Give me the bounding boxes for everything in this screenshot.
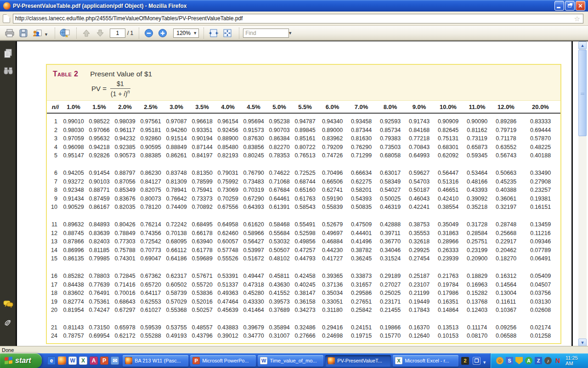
search-binoculars-icon[interactable] xyxy=(3,65,14,76)
task-button[interactable]: BA 213 W11 (Pasc... xyxy=(123,355,188,367)
task-button-label: Microsoft Excel - r... xyxy=(405,358,456,363)
firefox-icon[interactable] xyxy=(58,356,66,365)
collapse-chevron-icon[interactable]: ▼ xyxy=(482,360,486,365)
print-icon[interactable] xyxy=(4,28,16,39)
task-button[interactable]: XMicrosoft Excel - r... xyxy=(393,355,458,367)
powerpoint-icon[interactable]: P xyxy=(192,357,200,364)
next-page-icon[interactable] xyxy=(94,28,106,39)
pv-factor-cell: 0.56743 xyxy=(492,151,520,160)
shield-icon[interactable] xyxy=(515,357,523,364)
excel-icon[interactable]: X xyxy=(79,356,87,365)
pv-factor-cell: 0.50025 xyxy=(376,195,405,203)
row-group: 210.811430.731500.659780.595390.537550.4… xyxy=(47,323,560,340)
powerpoint-icon[interactable]: P xyxy=(100,356,108,365)
save-icon[interactable] xyxy=(17,28,29,39)
pv-factor-cell: 0.48102 xyxy=(266,254,292,263)
globe-upload-icon[interactable] xyxy=(59,28,71,39)
word-icon[interactable]: W xyxy=(260,357,267,364)
pv-factor-cell: 0.66178 xyxy=(189,229,215,238)
access-icon[interactable]: A xyxy=(90,356,98,365)
pv-factor-cell: 0.67290 xyxy=(241,195,266,203)
scrollbar-thumb[interactable] xyxy=(578,50,587,136)
pages-panel-icon[interactable] xyxy=(3,48,14,59)
find-input[interactable] xyxy=(243,29,289,38)
restore-button[interactable] xyxy=(565,1,575,11)
taskbar: start eWXAP✉ BA 213 W11 (Pasc...PMicroso… xyxy=(0,353,588,368)
vertical-scrollbar[interactable]: ▲ ▼ xyxy=(578,41,587,346)
task-button[interactable]: PV-PresentValueT... xyxy=(325,355,391,367)
email-share-icon[interactable] xyxy=(31,28,43,39)
close-button[interactable]: ✕ xyxy=(576,1,585,11)
url-input[interactable]: http://classes.lanecc.edu/file.php/24555… xyxy=(13,14,583,23)
excel-icon[interactable]: X xyxy=(395,357,402,364)
pv-factor-cell: 0.18829 xyxy=(463,272,492,281)
pv-factor-cell: 0.70773 xyxy=(138,246,164,255)
share-dropdown-caret[interactable]: ▼ xyxy=(44,32,48,37)
pv-factor-cell: 0.56447 xyxy=(434,169,463,178)
find-dropdown-caret[interactable]: ▼ xyxy=(288,31,292,35)
zoom-in-icon[interactable] xyxy=(157,28,169,39)
table-row: 210.811430.731500.659780.595390.537550.4… xyxy=(47,323,560,332)
pv-factor-cell: 0.43883 xyxy=(215,323,241,332)
zoom-level-select[interactable]: 120% ▼ xyxy=(173,29,199,38)
pv-factor-cell: 0.59627 xyxy=(405,169,434,178)
start-button[interactable]: start xyxy=(0,353,42,368)
pv-factor-cell: 0.91454 xyxy=(86,169,112,178)
previous-page-icon[interactable] xyxy=(80,28,92,39)
zoom-out-icon[interactable] xyxy=(143,28,155,39)
wrench-icon[interactable]: S xyxy=(506,357,513,364)
outlook-express-icon[interactable]: ✉ xyxy=(111,356,119,365)
pv-factor-cell: 0.58201 xyxy=(347,186,376,195)
minimize-button[interactable] xyxy=(554,1,564,11)
pv-factor-cell: 0.97059 xyxy=(61,134,86,143)
pv-factor-cell: 0.63017 xyxy=(376,169,405,178)
period-cell: 21 xyxy=(47,323,61,332)
rate-header: 3.0% xyxy=(164,104,189,110)
fit-page-icon[interactable] xyxy=(221,28,233,39)
bookmark-star-icon[interactable]: ☆ xyxy=(574,15,580,23)
tablet-2-icon[interactable]: 2 xyxy=(461,357,469,365)
period-cell: 10 xyxy=(47,203,61,212)
comments-panel-icon[interactable] xyxy=(3,299,14,310)
pv-factor-cell: 0.89286 xyxy=(492,117,520,126)
pv-factor-cell: 0.46884 xyxy=(318,237,347,246)
period-cell: 2 xyxy=(47,126,61,135)
pv-factor-cell: 0.31657 xyxy=(347,281,376,289)
scroll-up-button[interactable]: ▲ xyxy=(578,41,587,49)
attachments-paperclip-icon[interactable] xyxy=(3,317,14,328)
antivirus-icon[interactable]: A xyxy=(525,357,532,364)
firefox-icon[interactable] xyxy=(125,357,132,364)
status-bar: Done xyxy=(0,346,588,353)
pv-formula: PV = $1 (1 + i)n xyxy=(91,80,560,98)
table-row: 190.827740.753610.686430.625530.570290.5… xyxy=(47,298,560,306)
pv-factor-cell: 0.39365 xyxy=(318,272,347,281)
word-icon[interactable]: W xyxy=(68,356,77,365)
pv-factor-cell: 0.90194 xyxy=(189,134,215,143)
pv-factor-cell: 0.61620 xyxy=(241,220,266,229)
pv-factor-cell: 0.84438 xyxy=(61,281,86,289)
zoom-level-value: 120% xyxy=(176,30,191,36)
messenger-icon[interactable]: ☺ xyxy=(496,357,503,364)
scroll-down-button[interactable]: ▼ xyxy=(578,339,587,346)
desktop-toolbar-icon[interactable]: ❐ xyxy=(473,357,481,365)
internet-explorer-icon[interactable]: e xyxy=(47,356,56,365)
pv-factor-cell: 0.75131 xyxy=(434,134,463,143)
task-button[interactable]: WTime_value_of_mo... xyxy=(258,355,323,367)
task-button[interactable]: PMicrosoft PowerPo... xyxy=(190,355,256,367)
pv-factor-cell: 0.20462 xyxy=(492,246,520,255)
firefox-icon[interactable] xyxy=(328,357,335,364)
fit-width-icon[interactable] xyxy=(208,28,220,39)
pv-factor-cell: 0.88385 xyxy=(138,151,164,160)
pv-factor-cell: 0.90703 xyxy=(266,126,292,135)
pv-factor-cell: 0.23257 xyxy=(520,186,560,195)
pv-factor-cell: 0.78849 xyxy=(112,229,138,238)
norton-icon[interactable]: N xyxy=(554,357,561,364)
page-number-input[interactable] xyxy=(110,29,125,38)
zone-icon[interactable]: Z xyxy=(535,357,542,364)
pv-factor-cell: 0.93458 xyxy=(347,117,376,126)
pdf-page-edge xyxy=(571,41,573,346)
period-cell: 1 xyxy=(47,117,61,126)
table-row: 180.836020.764910.700160.641170.587390.5… xyxy=(47,289,560,298)
pv-factor-cell: 0.78599 xyxy=(189,178,215,186)
volume-icon[interactable]: ♪ xyxy=(544,357,552,364)
